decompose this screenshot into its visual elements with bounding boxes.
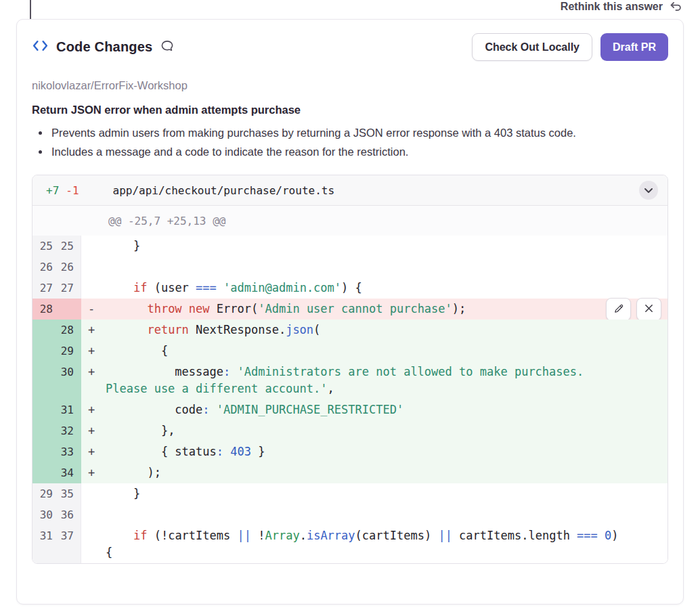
code-line: if (user === 'admin@admin.com') { [106,278,628,299]
new-line-number: 31 [55,401,75,418]
code-line [106,504,628,525]
line-number-gutter: 32 [32,420,81,441]
diff-row: 2525 } [32,236,668,257]
old-line-number [32,343,55,359]
close-icon [644,303,654,315]
diff-marker [81,236,106,257]
old-line-number: 29 [32,485,55,502]
file-path: app/api/checkout/purchase/route.ts [113,184,335,197]
line-number-gutter: 30 [32,361,81,399]
old-line-number [32,422,55,439]
code-line: { [106,341,628,361]
old-line-number [32,364,55,397]
line-number-gutter: 33 [32,441,81,462]
code-line: } [106,483,628,504]
diff-row: 2626 [32,257,668,278]
timeline-connector [30,0,31,20]
code-line [106,257,628,278]
code-line: code: 'ADMIN_PURCHASE_RESTRICTED' [106,399,628,420]
line-number-gutter: 28 [32,299,81,320]
old-line-number: 25 [32,238,55,255]
diff-marker [81,257,106,278]
new-line-number: 32 [55,422,75,439]
line-number-gutter: 2727 [32,278,81,299]
diff-row: 30+ message: 'Administrators are not all… [32,361,668,399]
diff-marker: + [81,462,106,483]
old-line-number: 28 [32,301,55,317]
code-line: return NextResponse.json( [106,320,628,341]
diff-row: 32+ }, [32,420,668,441]
diff-row: 2935 } [32,483,668,504]
code-line: throw new Error('Admin user cannot purch… [106,299,628,320]
additions-count: +7 [46,184,59,197]
old-line-number [32,464,55,481]
diff-marker: - [81,299,106,320]
old-line-number [32,401,55,418]
reject-line-button[interactable] [636,298,661,321]
pencil-icon [613,303,624,316]
old-line-number: 31 [32,527,55,561]
diff-row: 3137 if (!cartItems || !Array.isArray(ca… [32,525,668,563]
new-line-number: 27 [55,280,75,297]
diff-row: 2727 if (user === 'admin@admin.com') { [32,278,668,299]
old-line-number: 27 [32,280,55,297]
new-line-number: 35 [55,485,75,502]
diff-body: 2525 }26262727 if (user === 'admin@admin… [32,236,668,563]
diff-row: 28+ return NextResponse.json( [32,320,668,341]
edit-line-button[interactable] [606,298,631,321]
change-summary-item: Includes a message and a code to indicat… [50,143,668,160]
rethink-answer-link[interactable]: Rethink this answer [561,1,682,13]
diff-marker [81,483,106,504]
chevron-down-icon [644,185,653,196]
new-line-number: 29 [55,343,75,359]
diff-marker: + [81,399,106,420]
draft-pr-button[interactable]: Draft PR [600,33,668,61]
old-line-number [32,443,55,460]
comment-bubble-icon[interactable] [160,39,175,56]
change-summary-list: Prevents admin users from making purchas… [32,124,668,160]
diff-file-header: +7 -1 app/api/checkout/purchase/route.ts [32,175,668,206]
undo-icon [669,1,682,13]
old-line-number: 26 [32,259,55,276]
diff-marker [81,278,106,299]
diff-row: 28- throw new Error('Admin user cannot p… [32,299,668,320]
code-line: if (!cartItems || !Array.isArray(cartIte… [106,525,628,563]
diff-marker [81,504,106,525]
diff-marker: + [81,441,106,462]
line-number-gutter: 3137 [32,525,81,563]
new-line-number: 25 [55,238,75,255]
code-changes-card: Code Changes Check Out Locally Draft PR … [16,19,684,605]
line-actions [606,298,661,321]
code-line: ); [106,462,628,483]
line-number-gutter: 29 [32,341,81,361]
collapse-diff-button[interactable] [639,181,658,200]
diff-viewer: +7 -1 app/api/checkout/purchase/route.ts… [32,175,668,564]
diff-row: 34+ ); [32,462,668,483]
new-line-number: 37 [55,527,75,561]
code-line: message: 'Administrators are not allowed… [106,361,628,399]
new-line-number: 33 [55,443,75,460]
diff-marker: + [81,361,106,399]
line-number-gutter: 31 [32,399,81,420]
new-line-number: 34 [55,464,75,481]
diff-row: 29+ { [32,341,668,361]
new-line-number: 28 [55,322,75,338]
deletions-count: -1 [66,184,79,197]
code-line: } [106,236,628,257]
diff-row: 33+ { status: 403 } [32,441,668,462]
repo-name: nikolovlazar/ErrorFix-Workshop [32,79,668,92]
check-out-locally-button[interactable]: Check Out Locally [472,33,592,61]
code-brackets-icon [32,39,49,56]
diff-row: 3036 [32,504,668,525]
code-line: }, [106,420,628,441]
line-number-gutter: 2525 [32,236,81,257]
diff-marker [81,525,106,563]
page-title: Code Changes [56,39,152,55]
diff-marker: + [81,320,106,341]
card-header: Code Changes Check Out Locally Draft PR [32,33,668,61]
new-line-number [55,301,75,317]
new-line-number: 36 [55,506,75,523]
line-number-gutter: 28 [32,320,81,341]
code-line: { status: 403 } [106,441,628,462]
line-number-gutter: 2626 [32,257,81,278]
